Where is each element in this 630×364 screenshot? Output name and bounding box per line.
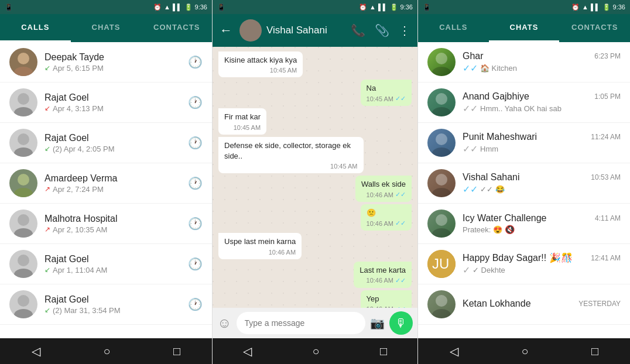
mid-recents-nav[interactable]: □ [380,345,387,358]
mic-button[interactable]: 🎙 [389,311,413,335]
right-status-right: ⏰ ▲ ▌▌ 🔋 9:36 [571,4,625,11]
chat-name-ketan: Ketan Lokhande [463,298,531,309]
svg-point-4 [18,133,29,145]
call-detail-rajat3: ↙ Apr 1, 11:04 AM [44,266,181,274]
right-tab-bar: CALLS CHATS CONTACTS [418,14,630,42]
mid-nav-bar: ◁ ○ □ [213,338,417,364]
chat-bottom-anand: ✓✓ Hmm.. Yaha OK hai sab [463,103,621,114]
right-tab-contacts[interactable]: CONTACTS [559,14,630,42]
call-clock-icon-1: 🕐 [188,95,203,109]
chat-time-bday: 12:41 AM [591,254,621,262]
right-battery-icon: 🔋 [602,4,611,11]
chat-item-ketan[interactable]: Ketan Lokhande YESTERDAY [418,284,630,325]
mid-status-left: 📱 [217,4,225,11]
more-options-icon[interactable]: ⋮ [396,21,413,40]
call-arrow-missed1: ↙ [44,104,50,112]
chat-header-icons: 📞 📎 ⋮ [348,21,413,40]
svg-point-16 [436,93,447,105]
right-back-nav[interactable]: ◁ [450,344,458,358]
chat-preview-punit: Hmm [480,145,498,153]
right-status-bar: 📱 ⏰ ▲ ▌▌ 🔋 9:36 [418,0,630,14]
call-info-malhotra: Malhotra Hospital ↗ Apr 2, 10:35 AM [44,214,181,234]
left-home-nav[interactable]: ○ [103,345,110,358]
chat-messages: Kisine attack kiya kya 10:45 AM Na 10:45… [213,47,417,308]
msg-meta-1: 10:45 AM ✓✓ [367,95,406,102]
call-info-amardeep: Amardeep Verma ↗ Apr 2, 7:24 PM [44,173,181,194]
left-status-left: 📱 [5,4,13,11]
call-item-rajat3[interactable]: Rajat Goel ↙ Apr 1, 11:04 AM 🕐 [0,244,212,284]
right-tab-chats[interactable]: CHATS [489,14,560,42]
left-status-bar: 📱 ⏰ ▲ ▌▌ 🔋 9:36 [0,0,212,14]
svg-point-11 [14,269,33,278]
call-info-deepak: Deepak Tayde ↙ Apr 5, 6:15 PM [44,52,181,73]
left-back-nav[interactable]: ◁ [32,344,40,358]
camera-button[interactable]: 📷 [370,316,385,330]
svg-point-15 [432,67,451,76]
call-clock-icon-6: 🕐 [188,297,203,311]
chat-item-bday[interactable]: JU Happy Bday Sagar!! 🎉🎊 12:41 AM ✓ ✓ De… [418,244,630,284]
call-detail-rajat1: ↙ Apr 4, 3:13 PM [44,104,181,113]
chat-top-punit: Punit Maheshwari 11:24 AM [463,132,621,142]
chat-item-punit[interactable]: Punit Maheshwari 11:24 AM ✓✓ Hmm [418,123,630,163]
svg-point-2 [18,93,29,105]
svg-point-10 [18,255,29,266]
chat-bottom-vishal: ✓✓ ✓✓ 😂 [463,184,621,195]
svg-point-20 [436,174,447,186]
right-recents-nav[interactable]: □ [591,345,598,358]
call-item-rajat1[interactable]: Rajat Goel ↙ Apr 4, 3:13 PM 🕐 [0,83,212,123]
call-detail-deepak: ↙ Apr 5, 6:15 PM [44,64,181,73]
avatar-rajat2 [9,129,37,157]
msg-tick-5: ✓✓ [395,219,406,227]
right-chat-list: Ghar 6:23 PM ✓✓ 🏠 Kitchen Anand Gajbhiye… [418,42,630,338]
left-call-list: Deepak Tayde ↙ Apr 5, 6:15 PM 🕐 Rajat Go… [0,42,212,338]
chat-item-icy[interactable]: Icy Water Challenge 4:11 AM Prateek: 😍 🔇 [418,204,630,244]
msg-8: Yep 10:46 AM ✓✓ [361,290,412,308]
left-tab-calls[interactable]: CALLS [0,14,71,42]
back-button[interactable]: ← [217,20,235,40]
chat-name-anand: Anand Gajbhiye [463,91,529,102]
left-recents-nav[interactable]: □ [173,345,180,358]
right-home-nav[interactable]: ○ [521,345,528,358]
msg-text-6: Uspe last mein karna [224,236,296,247]
call-info-rajat3: Rajat Goel ↙ Apr 1, 11:04 AM [44,254,181,274]
left-tab-contacts[interactable]: CONTACTS [141,14,212,42]
call-arrow-in6: ↙ [44,306,50,314]
chat-item-vishal[interactable]: Vishal Sahani 10:53 AM ✓✓ ✓✓ 😂 [418,163,630,204]
mid-wifi-icon: ▲ [369,4,376,11]
paperclip-icon[interactable]: 📎 [372,21,392,40]
call-info-rajat4: Rajat Goel ↙ (2) Mar 31, 3:54 PM [44,294,181,315]
msg-4: Walls ek side 10:46 AM ✓✓ [355,176,412,202]
mid-back-nav[interactable]: ◁ [243,344,252,358]
chat-item-anand[interactable]: Anand Gajbhiye 1:05 PM ✓✓ Hmm.. Yaha OK … [418,83,630,123]
right-tab-calls[interactable]: CALLS [418,14,489,42]
chat-bottom-bday: ✓ ✓ Dekhte [463,265,621,276]
chat-header: ← Vishal Sahani 📞 📎 ⋮ [213,14,417,47]
left-tab-chats[interactable]: CHATS [71,14,142,42]
msg-meta-5: 10:46 AM ✓✓ [367,219,406,227]
call-item-rajat2[interactable]: Rajat Goel ↙ (2) Apr 4, 2:05 PM 🕐 [0,123,212,163]
right-wifi-icon: ▲ [582,4,588,11]
chat-top-bday: Happy Bday Sagar!! 🎉🎊 12:41 AM [463,252,621,263]
mid-status-right: ⏰ ▲ ▌▌ 🔋 9:36 [359,4,413,11]
avatar-vishal [427,169,456,197]
muted-icon-icy: 🔇 [505,225,515,234]
call-name-rajat3: Rajat Goel [44,254,181,265]
svg-point-9 [14,228,33,238]
call-item-amardeep[interactable]: Amardeep Verma ↗ Apr 2, 7:24 PM 🕐 [0,163,212,204]
call-item-deepak[interactable]: Deepak Tayde ↙ Apr 5, 6:15 PM 🕐 [0,42,212,83]
emoji-button[interactable]: ☺ [217,315,232,331]
chat-item-ghar[interactable]: Ghar 6:23 PM ✓✓ 🏠 Kitchen [418,42,630,83]
message-input[interactable] [237,312,365,334]
chat-time-anand: 1:05 PM [594,92,621,101]
msg-meta-4: 10:46 AM ✓✓ [361,191,406,198]
right-time: 9:36 [613,4,625,11]
avatar-amardeep [9,169,37,197]
svg-point-26 [432,309,451,318]
call-arrow-in5: ↙ [44,266,50,274]
call-item-malhotra[interactable]: Malhotra Hospital ↗ Apr 2, 10:35 AM 🕐 [0,204,212,244]
mid-home-nav[interactable]: ○ [312,345,319,358]
msg-meta-3: 10:45 AM [224,163,358,170]
svg-point-3 [14,107,33,116]
call-item-rajat4[interactable]: Rajat Goel ↙ (2) Mar 31, 3:54 PM 🕐 [0,284,212,325]
call-icon[interactable]: 📞 [348,21,368,40]
